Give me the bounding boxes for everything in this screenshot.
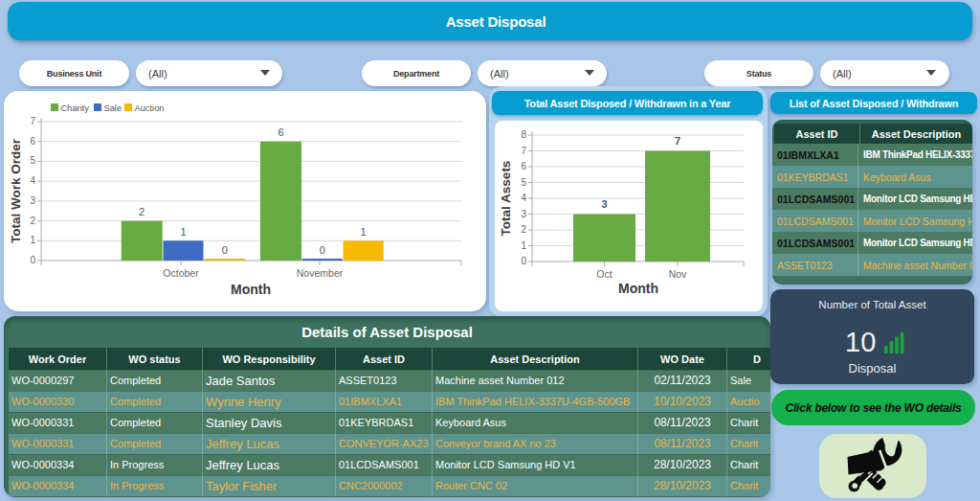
svg-text:4: 4 <box>521 193 526 203</box>
svg-text:November: November <box>297 267 344 279</box>
svg-text:1: 1 <box>30 235 35 245</box>
svg-text:6: 6 <box>521 161 526 171</box>
svg-text:8: 8 <box>521 129 526 140</box>
svg-text:6: 6 <box>278 126 283 138</box>
svg-text:7: 7 <box>521 146 526 156</box>
svg-text:7: 7 <box>30 116 35 126</box>
svg-text:Total Work Order: Total Work Order <box>9 138 23 243</box>
svg-text:Month: Month <box>618 281 658 296</box>
svg-text:3: 3 <box>30 195 35 206</box>
svg-text:1: 1 <box>180 226 186 238</box>
svg-text:0: 0 <box>521 256 526 266</box>
svg-text:6: 6 <box>30 136 35 147</box>
svg-text:0: 0 <box>30 255 35 265</box>
svg-text:October: October <box>163 267 199 279</box>
svg-text:0: 0 <box>320 244 325 256</box>
svg-text:3: 3 <box>521 209 526 219</box>
svg-text:5: 5 <box>521 177 526 188</box>
svg-text:3: 3 <box>601 198 607 210</box>
svg-text:1: 1 <box>521 240 526 251</box>
svg-text:Total Assets: Total Assets <box>499 161 513 237</box>
svg-text:Month: Month <box>231 282 271 297</box>
svg-text:2: 2 <box>30 216 35 226</box>
svg-text:Oct: Oct <box>596 268 612 280</box>
svg-text:5: 5 <box>30 155 35 166</box>
svg-text:0: 0 <box>222 244 228 256</box>
svg-text:4: 4 <box>30 175 35 186</box>
svg-text:Auction: Auction <box>135 103 165 113</box>
svg-text:7: 7 <box>675 135 680 147</box>
svg-text:2: 2 <box>521 224 526 235</box>
svg-text:Sale: Sale <box>104 103 122 113</box>
svg-text:2: 2 <box>139 206 145 217</box>
svg-text:1: 1 <box>361 226 367 238</box>
svg-text:Nov: Nov <box>669 268 687 280</box>
svg-text:Charity: Charity <box>61 103 90 113</box>
